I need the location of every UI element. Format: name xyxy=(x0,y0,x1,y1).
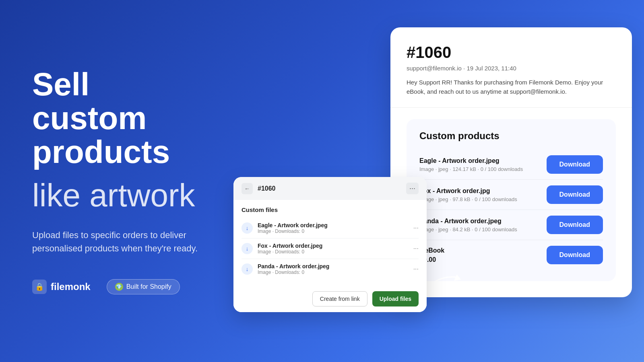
headline-line1: Sell xyxy=(32,66,89,102)
file-info-3: Panda - Artwork order.jpeg Image · Downl… xyxy=(258,263,329,275)
product-row-3: Panda - Artwork order.jpeg Image · jpeg … xyxy=(419,210,603,240)
subheadline: like artwork xyxy=(32,179,266,212)
shopify-badge-label: Built for Shopify xyxy=(126,283,171,290)
custom-products-section: Custom products Eagle - Artwork order.jp… xyxy=(407,119,616,281)
admin-order-number: #1060 xyxy=(258,185,276,192)
menu-dots-button[interactable]: ··· xyxy=(406,183,419,194)
download-button-4[interactable]: Download xyxy=(547,246,603,264)
file-name-3: Panda - Artwork order.jpeg xyxy=(258,263,329,269)
download-button-3[interactable]: Download xyxy=(547,216,603,234)
headline-line2: custom xyxy=(32,100,147,136)
divider xyxy=(390,107,632,108)
download-icon-2: ↓ xyxy=(242,243,253,254)
file-sub-2: Image · Downloads: 0 xyxy=(258,249,322,255)
create-from-link-button[interactable]: Create from link xyxy=(312,291,367,306)
main-card: #1060 support@filemonk.io · 19 Jul 2023,… xyxy=(390,27,632,297)
upload-files-button[interactable]: Upload files xyxy=(372,291,419,306)
headline-line3: products xyxy=(32,134,170,170)
file-row-1: ↓ Eagle - Artwork order.jpeg Image · Dow… xyxy=(242,218,419,239)
product-row-2: Fox - Artwork order.jpg Image · jpeg · 9… xyxy=(419,180,603,210)
brand-row: 🔒 filemonk 💎 Built for Shopify xyxy=(32,279,266,294)
download-button-2[interactable]: Download xyxy=(547,185,603,204)
product-row-1: Eagle - Artwork order.jpeg Image · jpeg … xyxy=(419,150,603,180)
admin-card: ← #1060 ··· Custom files ↓ Eagle - Artwo… xyxy=(233,177,427,312)
order-number: #1060 xyxy=(407,43,616,62)
headline: Sell custom products xyxy=(32,68,266,169)
file-left-3: ↓ Panda - Artwork order.jpeg Image · Dow… xyxy=(242,263,329,275)
product-meta-2: Image · jpeg · 97.8 kB · 0 / 100 downloa… xyxy=(419,196,517,202)
file-sub-3: Image · Downloads: 0 xyxy=(258,269,329,275)
download-icon-3: ↓ xyxy=(242,263,253,275)
brand-logo: 🔒 filemonk xyxy=(32,280,91,294)
file-menu-1[interactable]: ··· xyxy=(413,224,419,232)
shopify-gem-icon: 💎 xyxy=(115,283,123,291)
filemonk-icon: 🔒 xyxy=(32,280,47,294)
file-menu-3[interactable]: ··· xyxy=(413,265,419,273)
product-info-3: Panda - Artwork order.jpeg Image · jpeg … xyxy=(419,218,517,232)
file-name-2: Fox - Artwork order.jpeg xyxy=(258,243,322,249)
admin-card-header: ← #1060 ··· xyxy=(233,177,427,200)
file-sub-1: Image · Downloads: 0 xyxy=(258,228,328,234)
file-name-1: Eagle - Artwork order.jpeg xyxy=(258,222,328,228)
product-info-1: Eagle - Artwork order.jpeg Image · jpeg … xyxy=(419,157,523,172)
description: Upload files to specific orders to deliv… xyxy=(32,228,209,255)
admin-header-left: ← #1060 xyxy=(242,183,276,194)
order-meta: support@filemonk.io · 19 Jul 2023, 11:40 xyxy=(407,65,616,72)
product-name-2: Fox - Artwork order.jpg xyxy=(419,187,517,195)
order-message: Hey Support RR! Thanks for purchasing fr… xyxy=(407,78,616,96)
product-name-3: Panda - Artwork order.jpeg xyxy=(419,218,517,225)
product-meta-1: Image · jpeg · 124.17 kB · 0 / 100 downl… xyxy=(419,166,523,172)
file-left-1: ↓ Eagle - Artwork order.jpeg Image · Dow… xyxy=(242,222,328,234)
custom-files-label: Custom files xyxy=(242,206,419,213)
file-menu-2[interactable]: ··· xyxy=(413,245,419,252)
download-button-1[interactable]: Download xyxy=(547,155,603,174)
product-meta-3: Image · jpeg · 84.2 kB · 0 / 100 downloa… xyxy=(419,226,517,232)
custom-products-title: Custom products xyxy=(419,130,603,142)
file-left-2: ↓ Fox - Artwork order.jpeg Image · Downl… xyxy=(242,243,322,255)
admin-card-body: Custom files ↓ Eagle - Artwork order.jpe… xyxy=(233,200,427,286)
brand-name: filemonk xyxy=(51,281,91,292)
download-icon-1: ↓ xyxy=(242,222,253,234)
product-info-2: Fox - Artwork order.jpg Image · jpeg · 9… xyxy=(419,187,517,202)
file-info-1: Eagle - Artwork order.jpeg Image · Downl… xyxy=(258,222,328,234)
file-row-3: ↓ Panda - Artwork order.jpeg Image · Dow… xyxy=(242,259,419,279)
left-section: Sell custom products like artwork Upload… xyxy=(32,0,266,362)
file-info-2: Fox - Artwork order.jpeg Image · Downloa… xyxy=(258,243,322,255)
shopify-badge[interactable]: 💎 Built for Shopify xyxy=(107,279,180,294)
product-name-1: Eagle - Artwork order.jpeg xyxy=(419,157,523,165)
admin-card-footer: Create from link Upload files xyxy=(233,286,427,312)
file-row-2: ↓ Fox - Artwork order.jpeg Image · Downl… xyxy=(242,239,419,259)
back-button[interactable]: ← xyxy=(242,183,253,194)
